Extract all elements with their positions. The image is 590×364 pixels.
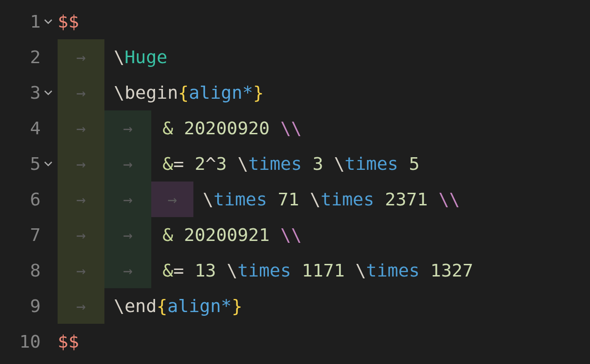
brace-close: } [253, 82, 264, 103]
code-line[interactable]: 4 → → & 20200920 \\ [0, 110, 590, 146]
code-content[interactable]: & 20200920 \\ [151, 110, 302, 146]
code-line[interactable]: 2 → \Huge [0, 39, 590, 75]
line-number: 6 [13, 189, 41, 210]
number-token: 1171 [302, 260, 345, 281]
code-content[interactable]: & 20200921 \\ [151, 217, 302, 253]
latex-linebreak: \\ [280, 225, 302, 245]
fold-chevron-icon[interactable] [41, 159, 56, 168]
latex-backslash: \ [114, 296, 125, 316]
code-content[interactable]: \Huge [104, 39, 167, 75]
equals-token: = [173, 260, 184, 281]
equals-token: = [173, 153, 184, 174]
tab-arrow-icon: → [123, 190, 133, 209]
tab-arrow-icon: → [76, 119, 86, 138]
code-line[interactable]: 1 $$ [0, 4, 590, 39]
latex-command: Huge [125, 47, 168, 67]
line-number: 10 [13, 331, 41, 352]
tab-arrow-icon: → [123, 226, 133, 244]
number-token: 2 [195, 153, 206, 174]
align-amp: & [162, 260, 173, 281]
indent-guide: → [104, 253, 151, 288]
tab-arrow-icon: → [76, 154, 86, 173]
latex-backslash: \ [237, 153, 248, 174]
latex-times: times [366, 260, 420, 281]
latex-backslash: \ [355, 260, 366, 281]
code-line[interactable]: 3 → \begin{align*} [0, 75, 590, 110]
brace-close: } [232, 296, 243, 316]
latex-env-name: align* [189, 82, 253, 103]
latex-command: end [125, 296, 157, 316]
code-content[interactable]: \times 71 \times 2371 \\ [193, 182, 460, 217]
code-content[interactable]: \end{align*} [104, 288, 243, 324]
tab-arrow-icon: → [76, 226, 86, 244]
line-number: 1 [13, 11, 41, 32]
gutter: 1 [0, 11, 58, 32]
tab-arrow-icon: → [123, 119, 133, 138]
latex-backslash: \ [114, 82, 125, 103]
indent-guide: → [58, 75, 104, 110]
math-delimiter: $$ [58, 11, 79, 32]
indent-guide: → [58, 253, 104, 288]
gutter: 2 [0, 47, 58, 67]
number-token: 3 [312, 153, 323, 174]
latex-linebreak: \\ [438, 189, 460, 210]
fold-chevron-icon[interactable] [41, 88, 56, 97]
number-token: 20200921 [184, 225, 270, 245]
line-number: 9 [13, 296, 41, 316]
code-editor[interactable]: 1 $$ 2 → \Huge 3 → \begin [0, 0, 590, 359]
line-number: 5 [13, 153, 41, 174]
gutter: 9 [0, 296, 58, 316]
latex-times: times [214, 189, 267, 210]
gutter: 5 [0, 153, 58, 174]
latex-backslash: \ [227, 260, 237, 281]
tab-arrow-icon: → [123, 154, 133, 173]
latex-backslash: \ [310, 189, 321, 210]
latex-times: times [345, 153, 398, 174]
line-number: 8 [13, 260, 41, 281]
gutter: 7 [0, 225, 58, 245]
code-line[interactable]: 10 $$ [0, 324, 590, 359]
code-line[interactable]: 5 → → &= 2^3 \times 3 \times 5 [0, 146, 590, 182]
math-delimiter: $$ [58, 331, 79, 352]
code-content[interactable]: $$ [58, 324, 79, 359]
latex-backslash: \ [114, 47, 125, 67]
indent-guide: → [104, 110, 151, 146]
indent-guide: → [58, 110, 104, 146]
code-line[interactable]: 7 → → & 20200921 \\ [0, 217, 590, 253]
number-token: 5 [409, 153, 420, 174]
indent-guide: → [151, 182, 193, 217]
brace-open: { [157, 296, 168, 316]
indent-guide: → [104, 182, 151, 217]
number-token: 71 [278, 189, 299, 210]
number-token: 1327 [430, 260, 473, 281]
tab-arrow-icon: → [76, 83, 86, 102]
code-line[interactable]: 6 → → → \times 71 \times 2371 \\ [0, 182, 590, 217]
code-content[interactable]: &= 2^3 \times 3 \times 5 [151, 146, 420, 182]
align-amp: & [162, 225, 173, 245]
line-number: 3 [13, 82, 41, 103]
latex-linebreak: \\ [280, 118, 302, 138]
caret-token: ^ [206, 153, 216, 174]
number-token: 13 [195, 260, 216, 281]
latex-times: times [237, 260, 291, 281]
brace-open: { [178, 82, 189, 103]
tab-arrow-icon: → [76, 261, 86, 280]
latex-backslash: \ [203, 189, 214, 210]
latex-backslash: \ [334, 153, 345, 174]
gutter: 3 [0, 82, 58, 103]
number-token: 3 [216, 153, 227, 174]
line-number: 2 [13, 47, 41, 67]
fold-chevron-icon[interactable] [41, 17, 56, 26]
gutter: 8 [0, 260, 58, 281]
line-number: 7 [13, 225, 41, 245]
code-line[interactable]: 9 → \end{align*} [0, 288, 590, 324]
tab-arrow-icon: → [76, 297, 86, 315]
indent-guide: → [58, 39, 104, 75]
latex-command: begin [125, 82, 178, 103]
code-content[interactable]: \begin{align*} [104, 75, 264, 110]
gutter: 4 [0, 118, 58, 138]
indent-guide: → [58, 217, 104, 253]
code-line[interactable]: 8 → → &= 13 \times 1171 \times 1327 [0, 253, 590, 288]
code-content[interactable]: $$ [58, 4, 79, 39]
code-content[interactable]: &= 13 \times 1171 \times 1327 [151, 253, 473, 288]
